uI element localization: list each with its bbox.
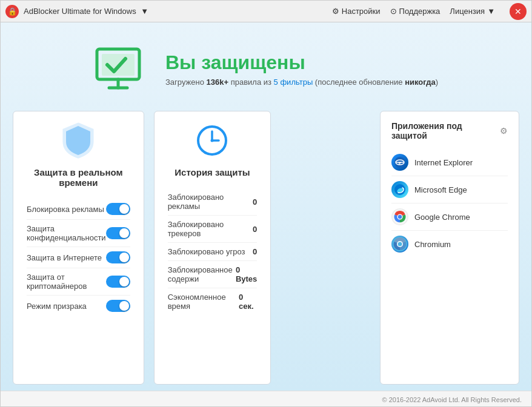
hero-section: Вы защищены Загружено 136k+ правила из 5… (1, 22, 531, 111)
realtime-toggle-1[interactable] (106, 227, 130, 239)
history-val-0: 0 (253, 197, 257, 207)
realtime-toggle-4[interactable] (106, 300, 130, 312)
edge-label: Microsoft Edge (414, 185, 467, 194)
hero-filters-link[interactable]: 5 фильтры (274, 78, 313, 87)
chrome-label: Google Chrome (414, 213, 470, 222)
history-row-4: Сэкономленное время 0 сек. (168, 288, 258, 315)
license-label: Лицензия (450, 7, 485, 16)
realtime-label-4: Режим призрака (27, 302, 87, 311)
chrome-icon (391, 208, 408, 225)
hero-icon (94, 42, 148, 96)
app-title-dropdown[interactable]: ▼ (141, 7, 148, 16)
app-icon: 🔒 (5, 5, 19, 18)
settings-icon: ⚙ (332, 7, 339, 16)
realtime-toggle-3[interactable] (106, 276, 130, 288)
hero-update-value: никогда (405, 78, 436, 87)
history-label-4: Сэкономленное время (168, 293, 239, 311)
realtime-toggle-2[interactable] (106, 251, 130, 263)
history-card: История защиты Заблокировано рекламы 0 З… (154, 111, 271, 385)
history-row-1: Заблокировано трекеров 0 (168, 216, 258, 243)
realtime-row-2: Защита в Интернете (27, 247, 130, 268)
license-button[interactable]: Лицензия ▼ (450, 7, 495, 16)
history-label-3: Заблокированное содержи (168, 265, 236, 283)
realtime-label-2: Защита в Интернете (27, 253, 102, 262)
apps-panel: Приложения под защитой ⚙ e Internet Expl… (380, 111, 519, 385)
settings-label: Настройки (342, 7, 381, 16)
history-val-2: 0 (253, 247, 257, 256)
spacer (281, 111, 370, 385)
history-row-2: Заблокировано угроз 0 (168, 243, 258, 261)
close-button[interactable]: ✕ (510, 3, 527, 20)
svg-point-16 (398, 215, 402, 219)
titlebar-right: ⚙ Настройки ⊙ Поддержка Лицензия ▼ ✕ (332, 3, 527, 20)
hero-detail: Загружено 136k+ правила из 5 фильтры (по… (165, 78, 438, 87)
apps-panel-header: Приложения под защитой ⚙ (391, 121, 508, 141)
svg-text:e: e (399, 159, 402, 166)
realtime-row-1: Защита конфиденциальности (27, 220, 130, 247)
chromium-label: Chromium (414, 240, 451, 249)
realtime-title: Защита в реальном времени (27, 167, 130, 188)
hero-update-suffix: ) (436, 78, 438, 87)
license-arrow: ▼ (487, 7, 495, 16)
settings-button[interactable]: ⚙ Настройки (332, 7, 381, 16)
svg-point-7 (211, 139, 214, 142)
apps-gear-icon[interactable]: ⚙ (500, 126, 508, 136)
footer-copyright: © 2016-2022 AdAvoid Ltd. All Rights Rese… (382, 396, 522, 403)
history-title: История защиты (168, 167, 258, 177)
app-title-text: AdBlocker Ultimate for Windows (24, 7, 136, 16)
main-content: Вы защищены Загружено 136k+ правила из 5… (1, 22, 531, 391)
support-label: Поддержка (399, 7, 441, 16)
hero-rules-middle: правила из (228, 78, 274, 87)
app-title: AdBlocker Ultimate for Windows ▼ (24, 7, 148, 16)
realtime-label-0: Блокировка рекламы (27, 205, 104, 214)
ie-icon: e (391, 154, 408, 171)
realtime-row-0: Блокировка рекламы (27, 199, 130, 220)
realtime-label-1: Защита конфиденциальности (27, 224, 106, 242)
titlebar: 🔒 AdBlocker Ultimate for Windows ▼ ⚙ Нас… (1, 1, 531, 22)
hero-update-prefix: (последнее обновление (313, 78, 405, 87)
support-button[interactable]: ⊙ Поддержка (390, 7, 441, 16)
history-row-3: Заблокированное содержи 0 Bytes (168, 261, 258, 288)
history-val-3: 0 Bytes (236, 265, 257, 283)
apps-panel-title: Приложения под защитой (391, 121, 496, 141)
support-icon: ⊙ (390, 7, 397, 16)
realtime-card: Защита в реальном времени Блокировка рек… (13, 111, 144, 385)
app-row-chromium: Chromium (391, 231, 508, 257)
history-val-1: 0 (253, 225, 257, 234)
history-label-1: Заблокировано трекеров (168, 220, 253, 238)
realtime-row-4: Режим призрака (27, 296, 130, 316)
history-row-0: Заблокировано рекламы 0 (168, 188, 258, 216)
footer: © 2016-2022 AdAvoid Ltd. All Rights Rese… (1, 391, 531, 407)
chromium-icon (391, 236, 408, 253)
hero-detail-prefix: Загружено (165, 78, 207, 87)
hero-text: Вы защищены Загружено 136k+ правила из 5… (165, 51, 438, 87)
history-val-4: 0 сек. (239, 293, 257, 311)
titlebar-left: 🔒 AdBlocker Ultimate for Windows ▼ (5, 5, 148, 18)
cards-section: Защита в реальном времени Блокировка рек… (1, 111, 531, 391)
app-row-edge: Microsoft Edge (391, 176, 508, 204)
history-icon (195, 124, 229, 157)
realtime-icon (61, 124, 95, 157)
app-row-ie: e Internet Explorer (391, 149, 508, 176)
history-label-2: Заблокировано угроз (168, 247, 245, 256)
edge-icon (391, 181, 408, 198)
realtime-label-3: Защита от криптомайнеров (27, 273, 106, 291)
hero-title: Вы защищены (165, 51, 438, 74)
history-label-0: Заблокировано рекламы (168, 193, 253, 211)
realtime-row-3: Защита от криптомайнеров (27, 268, 130, 296)
svg-point-19 (398, 242, 402, 247)
ie-label: Internet Explorer (414, 158, 473, 167)
hero-rules-count: 136k+ (207, 78, 229, 87)
realtime-toggle-0[interactable] (106, 203, 130, 215)
app-row-chrome: Google Chrome (391, 204, 508, 231)
